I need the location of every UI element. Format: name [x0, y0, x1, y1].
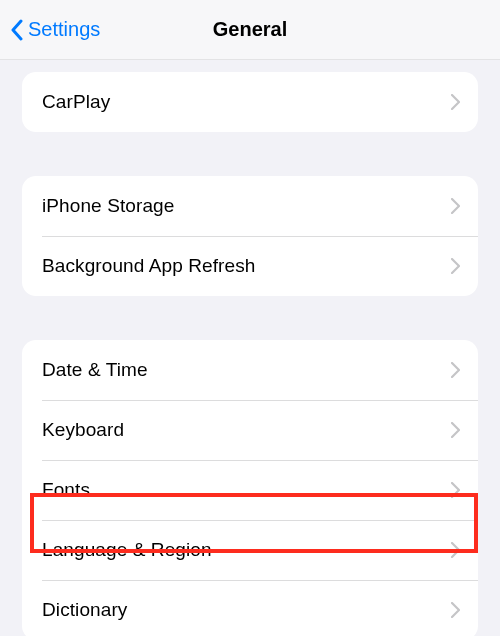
chevron-left-icon: [10, 19, 24, 41]
chevron-right-icon: [451, 94, 460, 110]
row-keyboard[interactable]: Keyboard: [22, 400, 478, 460]
row-iphone-storage[interactable]: iPhone Storage: [22, 176, 478, 236]
row-fonts[interactable]: Fonts: [22, 460, 478, 520]
back-button[interactable]: Settings: [0, 18, 100, 41]
row-label: Language & Region: [42, 539, 451, 561]
row-label: Background App Refresh: [42, 255, 451, 277]
chevron-right-icon: [451, 198, 460, 214]
content: CarPlay iPhone Storage Background App Re…: [0, 72, 500, 636]
chevron-right-icon: [451, 362, 460, 378]
row-date-time[interactable]: Date & Time: [22, 340, 478, 400]
settings-group: iPhone Storage Background App Refresh: [22, 176, 478, 296]
row-label: Dictionary: [42, 599, 451, 621]
settings-group: CarPlay: [22, 72, 478, 132]
chevron-right-icon: [451, 542, 460, 558]
chevron-right-icon: [451, 482, 460, 498]
settings-group: Date & Time Keyboard Fonts Language & Re…: [22, 340, 478, 636]
row-label: CarPlay: [42, 91, 451, 113]
row-language-region[interactable]: Language & Region: [22, 520, 478, 580]
navbar: Settings General: [0, 0, 500, 60]
chevron-right-icon: [451, 602, 460, 618]
row-label: Keyboard: [42, 419, 451, 441]
row-dictionary[interactable]: Dictionary: [22, 580, 478, 636]
back-label: Settings: [28, 18, 100, 41]
row-carplay[interactable]: CarPlay: [22, 72, 478, 132]
row-background-app-refresh[interactable]: Background App Refresh: [22, 236, 478, 296]
row-label: Fonts: [42, 479, 451, 501]
row-label: Date & Time: [42, 359, 451, 381]
chevron-right-icon: [451, 422, 460, 438]
row-label: iPhone Storage: [42, 195, 451, 217]
chevron-right-icon: [451, 258, 460, 274]
